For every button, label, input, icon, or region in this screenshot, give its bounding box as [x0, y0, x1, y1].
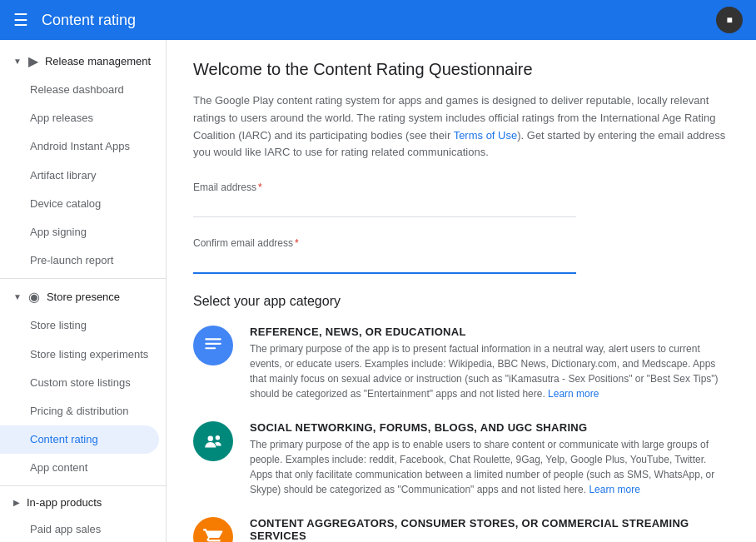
email-input[interactable] — [193, 196, 576, 217]
content-area: Welcome to the Content Rating Questionna… — [167, 40, 756, 542]
category-desc-reference: The primary purpose of the app is to pre… — [250, 341, 729, 401]
store-presence-icon: ◉ — [28, 289, 40, 305]
reference-learn-more[interactable]: Learn more — [548, 388, 599, 400]
store-presence-label: Store presence — [47, 291, 120, 303]
svg-point-4 — [216, 435, 220, 440]
sidebar-item-app-releases[interactable]: App releases — [0, 104, 166, 132]
sidebar-item-store-listing-experiments[interactable]: Store listing experiments — [0, 341, 166, 369]
category-icon-social — [193, 421, 233, 461]
confirm-email-input[interactable] — [193, 252, 576, 274]
category-desc-social: The primary purpose of the app is to ena… — [250, 437, 729, 497]
release-management-label: Release management — [45, 55, 151, 67]
svg-rect-2 — [205, 347, 216, 349]
sidebar-item-artifact-library[interactable]: Artifact library — [0, 162, 166, 190]
intro-text: The Google Play content rating system fo… — [193, 92, 729, 162]
social-learn-more[interactable]: Learn more — [589, 484, 639, 495]
sidebar-section-release-management[interactable]: ▼ ▶ Release management — [0, 47, 166, 76]
sidebar-section-inapp[interactable]: ▶ In-app products — [0, 490, 166, 515]
svg-rect-1 — [205, 343, 221, 345]
sidebar-item-release-dashboard[interactable]: Release dashboard — [0, 76, 166, 104]
confirm-email-required: * — [295, 237, 299, 249]
store-presence-arrow-icon: ▼ — [13, 292, 22, 301]
topbar-title: Content rating — [42, 12, 703, 29]
sidebar-item-pricing-distribution[interactable]: Pricing & distribution — [0, 397, 166, 425]
category-name-aggregators: CONTENT AGGREGATORS, CONSUMER STORES, OR… — [250, 517, 729, 542]
sidebar-divider — [0, 278, 166, 279]
category-text-social: SOCIAL NETWORKING, FORUMS, BLOGS, AND UG… — [250, 421, 729, 497]
category-item-aggregators[interactable]: CONTENT AGGREGATORS, CONSUMER STORES, OR… — [193, 517, 729, 542]
category-name-reference: REFERENCE, NEWS, OR EDUCATIONAL — [250, 326, 729, 338]
category-item-social[interactable]: SOCIAL NETWORKING, FORUMS, BLOGS, AND UG… — [193, 421, 729, 497]
svg-point-3 — [208, 436, 214, 442]
inapp-label: In-app products — [27, 496, 102, 509]
confirm-email-label: Confirm email address* — [193, 237, 729, 249]
release-management-icon: ▶ — [28, 53, 38, 69]
category-text-aggregators: CONTENT AGGREGATORS, CONSUMER STORES, OR… — [250, 517, 729, 542]
sidebar-item-app-content[interactable]: App content — [0, 454, 166, 482]
sidebar-item-paid-app-sales[interactable]: Paid app sales — [0, 515, 166, 542]
section-title: Select your app category — [193, 294, 729, 309]
category-text-reference: REFERENCE, NEWS, OR EDUCATIONAL The prim… — [250, 326, 729, 401]
category-name-social: SOCIAL NETWORKING, FORUMS, BLOGS, AND UG… — [250, 421, 729, 434]
menu-icon[interactable]: ☰ — [13, 10, 28, 30]
category-icon-aggregators — [193, 517, 233, 542]
sidebar-item-device-catalog[interactable]: Device catalog — [0, 190, 166, 218]
topbar: ☰ Content rating ■ — [0, 0, 756, 40]
email-field-group: Email address* — [193, 181, 729, 217]
category-icon-reference — [193, 326, 233, 365]
sidebar-item-content-rating[interactable]: Content rating — [0, 425, 159, 454]
inapp-arrow-icon: ▶ — [13, 498, 20, 507]
sidebar-item-store-listing[interactable]: Store listing — [0, 311, 166, 340]
email-required: * — [258, 181, 262, 193]
sidebar-section-store-presence[interactable]: ▼ ◉ Store presence — [0, 282, 166, 311]
email-label: Email address* — [193, 181, 729, 193]
sidebar-item-android-instant-apps[interactable]: Android Instant Apps — [0, 132, 166, 161]
page-title: Welcome to the Content Rating Questionna… — [193, 60, 729, 79]
sidebar: ▼ ▶ Release management Release dashboard… — [0, 40, 167, 542]
category-item-reference[interactable]: REFERENCE, NEWS, OR EDUCATIONAL The prim… — [193, 326, 729, 401]
svg-rect-0 — [205, 339, 221, 341]
sidebar-item-app-signing[interactable]: App signing — [0, 218, 166, 246]
sidebar-divider-2 — [0, 485, 166, 486]
sidebar-item-custom-store-listings[interactable]: Custom store listings — [0, 369, 166, 397]
sidebar-item-pre-launch-report[interactable]: Pre-launch report — [0, 246, 166, 275]
confirm-email-field-group: Confirm email address* — [193, 237, 729, 274]
terms-link[interactable]: Terms of Use — [454, 129, 518, 142]
avatar[interactable]: ■ — [716, 7, 743, 33]
release-management-arrow-icon: ▼ — [13, 57, 22, 66]
main-layout: ▼ ▶ Release management Release dashboard… — [0, 40, 756, 542]
